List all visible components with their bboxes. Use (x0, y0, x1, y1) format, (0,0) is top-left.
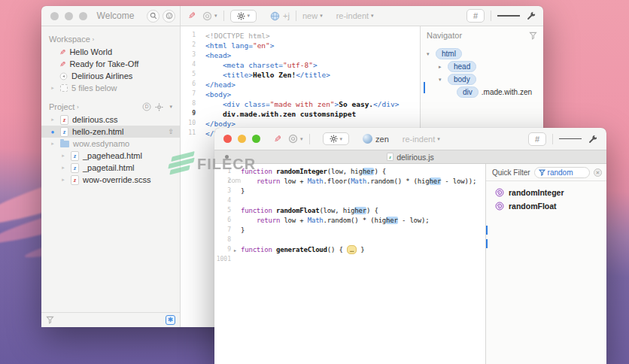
project-gear-dropdown[interactable] (155, 103, 163, 111)
code-line: 5function randomFloat(low, higher) { (214, 207, 485, 217)
filter-favorites-button[interactable]: ✱ (166, 315, 175, 325)
symbol-hash-button[interactable]: # (466, 9, 485, 23)
account-button[interactable] (163, 10, 175, 23)
folder-icon (60, 141, 69, 147)
code-line: 8 <div class="made with zen">So easy.</d… (181, 100, 420, 110)
code-line: 7<body> (181, 90, 420, 100)
wrench-icon[interactable] (527, 11, 536, 20)
search-icon (150, 12, 157, 20)
sidebar-item-hello-world[interactable]: ✎ Hello World (41, 46, 180, 58)
sync-ring-button[interactable] (288, 134, 298, 144)
navigator-lines-icon[interactable] (497, 14, 520, 18)
navigator-node-html[interactable]: ▾ html (427, 47, 537, 60)
tab-delirious-js[interactable]: z delirious.js (387, 153, 434, 162)
project-section-header[interactable]: Project › D ▾ (41, 100, 180, 114)
espresso-pencil-icon[interactable]: ✎ (274, 134, 281, 144)
symbol-hash-button[interactable]: # (528, 132, 546, 146)
wrench-icon[interactable] (588, 135, 597, 144)
sync-ring-button[interactable] (202, 11, 212, 21)
workspace-section-header[interactable]: Workspace › (41, 32, 180, 46)
js-editor[interactable]: 1function randomInteger(low, higher) {2 … (214, 164, 485, 364)
navigator-lines-icon[interactable] (559, 137, 582, 141)
code-line: 6</head> (181, 80, 420, 90)
css-file-icon: z (60, 115, 68, 125)
code-line: 6 return low + Math.random() * (higher -… (214, 217, 485, 226)
sidebar-item-5-files-below[interactable]: ▸ 5 files below (41, 82, 180, 94)
sidebar-header: Welcome (41, 6, 181, 26)
placeholder-square-icon (60, 84, 68, 92)
modified-dot-icon: ● (49, 129, 56, 135)
chevron-down-icon: ▾ (300, 136, 303, 142)
quick-filter-label: Quick Filter (492, 168, 530, 177)
window-title: Welcome (87, 11, 144, 21)
close-button[interactable] (50, 12, 59, 20)
disclosure-icon: ▸ (59, 165, 67, 171)
sidebar-item-delirious-airlines[interactable]: Delirious Airlines (41, 70, 180, 82)
actions-gear-button[interactable]: ▾ (230, 10, 257, 23)
publish-arrow-icon[interactable]: ⇧ (168, 128, 174, 135)
navigator-node-body[interactable]: ▾ body (427, 73, 537, 86)
reindent-menu[interactable]: re-indent (336, 11, 369, 20)
funnel-icon (46, 316, 54, 324)
disclosure-open-icon[interactable]: ▾ (427, 51, 433, 57)
quick-filter-input[interactable]: random (534, 167, 590, 178)
navigator-node-head[interactable]: ▸ head (427, 60, 537, 73)
result-random-integer[interactable]: randomInteger (486, 186, 606, 199)
file-row-pagehead-html[interactable]: ▸ z _pagehead.html (41, 150, 180, 162)
pen-icon: ✎ (59, 60, 65, 68)
file-row-pagetail-html[interactable]: ▸ z _pagetail.html (41, 162, 180, 174)
insertion-caret (424, 82, 425, 93)
file-row-wow-override-scss[interactable]: ▸ z wow-override.scss (41, 174, 180, 186)
code-line: 1<!DOCTYPE html> (181, 32, 420, 41)
gear-icon (237, 12, 245, 20)
code-line: 2 return low + Math.floor(Math.random() … (214, 177, 485, 187)
close-button[interactable] (223, 135, 232, 143)
result-random-float[interactable]: randomFloat (486, 199, 606, 213)
function-spiral-icon (495, 202, 504, 211)
code-line: 9 div.made.with.zen customsnippet (181, 110, 420, 120)
file-row-delirious-css[interactable]: ▸ z delirious.css (41, 114, 180, 126)
navigator-title: Navigator (427, 31, 462, 40)
globe-icon[interactable] (270, 11, 280, 21)
svg-text:D: D (145, 104, 149, 109)
tab-overflow-dot[interactable] (225, 155, 229, 159)
sidebar-filter-bar[interactable]: ✱ (41, 312, 180, 327)
chevron-down-icon: ▾ (320, 13, 323, 19)
disclosure-open-icon[interactable]: ▾ (439, 77, 445, 83)
zen-new-menu[interactable]: new (302, 11, 318, 20)
zoom-button[interactable] (252, 135, 260, 143)
funnel-icon[interactable] (529, 32, 537, 40)
chevron-down-icon: ▾ (248, 13, 251, 19)
disclosure-closed-icon[interactable]: ▸ (439, 64, 445, 70)
disclosure-icon: ▸ (49, 85, 56, 91)
navigator-node-div[interactable]: div .made.with.zen (427, 86, 537, 99)
folder-row-wow-esdynamo[interactable]: ▸ wow.esdynamo (41, 138, 180, 150)
reindent-menu[interactable]: re-indent (403, 135, 435, 144)
circle-dot-icon (59, 72, 68, 80)
chevron-icon: › (77, 105, 78, 110)
chevron-down-icon: ▾ (340, 136, 343, 142)
project-badge-icon[interactable]: D (142, 102, 151, 111)
zoom-button[interactable] (79, 12, 87, 20)
sidebar: Workspace › ✎ Hello World ✎ Ready for Ta… (41, 26, 181, 327)
funnel-icon (539, 169, 545, 176)
disclosure-icon: ▸ (49, 141, 56, 147)
file-row-hello-zen-html[interactable]: ● z hello-zen.html ⇧ (41, 126, 180, 138)
html-file-icon: z (71, 163, 79, 173)
espresso-pencil-icon[interactable]: ✎ (188, 11, 196, 21)
zen-sphere-icon[interactable] (363, 134, 372, 144)
clear-filter-button[interactable]: ✕ (594, 168, 602, 177)
disclosure-icon: ▸ (59, 177, 67, 183)
sidebar-item-ready-for-takeoff[interactable]: ✎ Ready for Take-Off (41, 58, 180, 70)
code-line: 4 <meta charset="utf-8"> (181, 61, 420, 71)
zen-menu[interactable]: zen (375, 135, 389, 144)
chevron-icon: › (93, 37, 94, 42)
search-button[interactable] (147, 10, 160, 23)
minimize-button[interactable] (238, 135, 246, 143)
tab-bar: z delirious.js (214, 150, 606, 164)
minimize-button[interactable] (65, 12, 73, 20)
chevron-down-icon: ▾ (214, 13, 217, 19)
gear-icon (330, 135, 338, 143)
html-file-icon: z (60, 127, 68, 137)
actions-gear-button[interactable]: ▾ (323, 132, 350, 145)
